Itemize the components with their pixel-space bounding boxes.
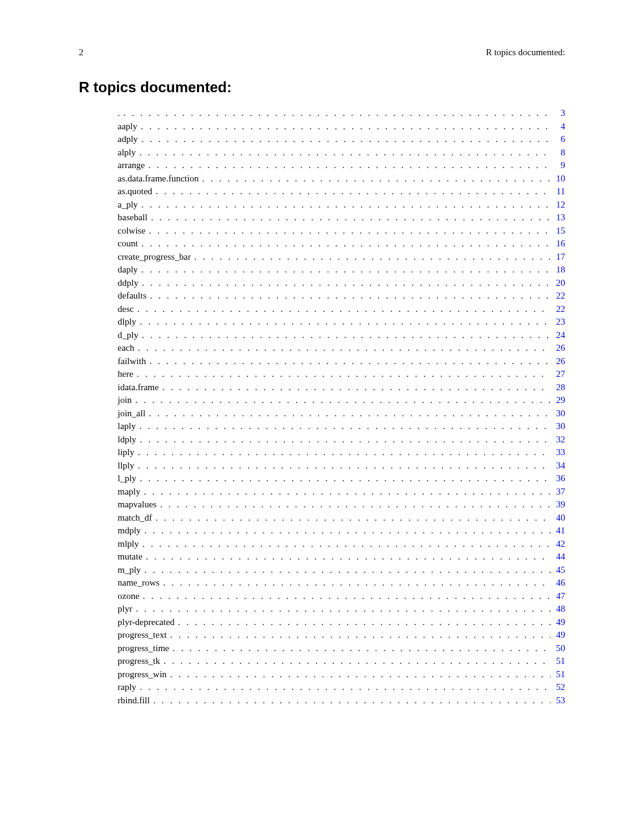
toc-entry: plyr-deprecated . . . . . . . . . . . . … bbox=[79, 616, 565, 629]
toc-dot-leader: . . . . . . . . . . . . . . . . . . . . … bbox=[143, 564, 551, 577]
toc-entry-label[interactable]: laply bbox=[79, 420, 138, 433]
toc-entry-label[interactable]: mutate bbox=[79, 550, 145, 564]
toc-entry-page[interactable]: 4 bbox=[551, 120, 565, 134]
toc-entry-label[interactable]: each bbox=[79, 342, 136, 355]
toc-entry-label[interactable]: mlply bbox=[79, 538, 141, 551]
toc-entry-page[interactable]: 52 bbox=[551, 681, 565, 694]
toc-entry-page[interactable]: 26 bbox=[551, 355, 565, 368]
toc-entry-label[interactable]: alply bbox=[79, 146, 138, 160]
toc-entry-label[interactable]: mdply bbox=[79, 524, 143, 538]
toc-entry: name_rows . . . . . . . . . . . . . . . … bbox=[79, 576, 565, 590]
toc-entry-label[interactable]: idata.frame bbox=[79, 381, 161, 394]
toc-entry-page[interactable]: 13 bbox=[551, 211, 565, 225]
toc-entry-page[interactable]: 36 bbox=[551, 472, 565, 485]
toc-entry-label[interactable]: arrange bbox=[79, 159, 147, 172]
toc-entry-page[interactable]: 11 bbox=[551, 185, 565, 198]
toc-entry-label[interactable]: create_progress_bar bbox=[79, 251, 193, 264]
toc-entry-page[interactable]: 34 bbox=[551, 459, 565, 473]
toc-entry-label[interactable]: failwith bbox=[79, 355, 148, 368]
toc-entry-label[interactable]: raply bbox=[79, 681, 139, 694]
toc-entry-page[interactable]: 48 bbox=[551, 603, 565, 616]
toc-entry-label[interactable]: plyr-deprecated bbox=[79, 616, 177, 629]
toc-entry-label[interactable]: colwise bbox=[79, 225, 148, 238]
toc-entry-page[interactable]: 49 bbox=[551, 629, 565, 642]
toc-entry-label[interactable]: liply bbox=[79, 446, 136, 459]
toc-entry-label[interactable]: a_ply bbox=[79, 198, 140, 212]
toc-entry-label[interactable]: defaults bbox=[79, 289, 149, 303]
toc-entry-page[interactable]: 16 bbox=[551, 237, 565, 251]
toc-dot-leader: . . . . . . . . . . . . . . . . . . . . … bbox=[140, 198, 551, 212]
toc-entry-page[interactable]: 49 bbox=[551, 616, 565, 629]
toc-entry: mutate . . . . . . . . . . . . . . . . .… bbox=[79, 550, 565, 564]
toc-entry-label[interactable]: d_ply bbox=[79, 329, 141, 342]
toc-entry-page[interactable]: 29 bbox=[551, 394, 565, 407]
toc-entry-label[interactable]: ldply bbox=[79, 433, 139, 447]
toc-entry: here . . . . . . . . . . . . . . . . . .… bbox=[79, 368, 565, 381]
toc-entry-page[interactable]: 30 bbox=[551, 420, 565, 433]
toc-entry-label[interactable]: adply bbox=[79, 133, 140, 146]
toc-entry-page[interactable]: 15 bbox=[551, 225, 565, 238]
toc-entry-page[interactable]: 28 bbox=[551, 381, 565, 394]
toc-entry-label[interactable]: ddply bbox=[79, 277, 141, 290]
toc-entry-page[interactable]: 42 bbox=[551, 538, 565, 551]
toc-entry-page[interactable]: 51 bbox=[551, 655, 565, 668]
toc-entry-page[interactable]: 10 bbox=[551, 172, 565, 186]
toc-entry-page[interactable]: 53 bbox=[551, 694, 565, 708]
toc-entry-page[interactable]: 27 bbox=[551, 368, 565, 381]
toc-entry-page[interactable]: 51 bbox=[551, 668, 565, 681]
toc-entry-page[interactable]: 44 bbox=[551, 550, 565, 564]
toc-entry-label[interactable]: maply bbox=[79, 485, 143, 499]
toc-entry-label[interactable]: l_ply bbox=[79, 472, 139, 485]
toc-entry-page[interactable]: 32 bbox=[551, 433, 565, 447]
toc-entry-label[interactable]: as.quoted bbox=[79, 185, 155, 198]
toc-entry-page[interactable]: 9 bbox=[551, 159, 565, 172]
toc-entry-page[interactable]: 39 bbox=[551, 498, 565, 512]
toc-entry-page[interactable]: 18 bbox=[551, 263, 565, 277]
toc-entry-label[interactable]: progress_tk bbox=[79, 655, 163, 668]
toc-entry-page[interactable]: 50 bbox=[551, 642, 565, 655]
toc-entry-label[interactable]: desc bbox=[79, 303, 136, 316]
toc-entry-page[interactable]: 20 bbox=[551, 277, 565, 290]
toc-entry-page[interactable]: 33 bbox=[551, 446, 565, 459]
toc-entry-label[interactable]: as.data.frame.function bbox=[79, 172, 201, 186]
toc-entry-page[interactable]: 8 bbox=[551, 146, 565, 160]
toc-entry-page[interactable]: 17 bbox=[551, 251, 565, 264]
toc-entry-label[interactable]: progress_time bbox=[79, 642, 172, 655]
toc-entry-page[interactable]: 41 bbox=[551, 524, 565, 538]
toc-entry-label[interactable]: dlply bbox=[79, 316, 139, 329]
toc-entry-page[interactable]: 46 bbox=[551, 576, 565, 590]
toc-entry-label[interactable]: count bbox=[79, 237, 140, 251]
toc-entry-label[interactable]: mapvalues bbox=[79, 498, 159, 512]
toc-entry-page[interactable]: 6 bbox=[551, 133, 565, 146]
toc-entry-label[interactable]: llply bbox=[79, 459, 136, 473]
toc-entry-label[interactable]: match_df bbox=[79, 512, 154, 525]
toc-dot-leader: . . . . . . . . . . . . . . . . . . . . … bbox=[136, 303, 551, 316]
toc-entry-page[interactable]: 37 bbox=[551, 485, 565, 499]
toc-entry-label[interactable]: join_all bbox=[79, 407, 148, 421]
toc-entry-page[interactable]: 26 bbox=[551, 342, 565, 355]
toc-entry-label[interactable]: m_ply bbox=[79, 564, 143, 577]
toc-entry-page[interactable]: 24 bbox=[551, 329, 565, 342]
toc-entry-label[interactable]: progress_win bbox=[79, 668, 169, 681]
toc-entry-label[interactable]: join bbox=[79, 394, 134, 407]
toc-entry-page[interactable]: 3 bbox=[551, 107, 565, 120]
toc-entry-label[interactable]: plyr bbox=[79, 603, 135, 616]
toc-entry-page[interactable]: 22 bbox=[551, 289, 565, 303]
toc-entry-page[interactable]: 23 bbox=[551, 316, 565, 329]
toc-entry-label[interactable]: rbind.fill bbox=[79, 694, 152, 708]
toc-dot-leader: . . . . . . . . . . . . . . . . . . . . … bbox=[140, 133, 551, 146]
toc-entry-page[interactable]: 12 bbox=[551, 198, 565, 212]
toc-entry-label[interactable]: ozone bbox=[79, 590, 142, 603]
toc-entry-label[interactable]: daply bbox=[79, 263, 140, 277]
toc-entry-page[interactable]: 40 bbox=[551, 512, 565, 525]
toc-entry-page[interactable]: 47 bbox=[551, 590, 565, 603]
toc-entry-label[interactable]: . bbox=[79, 107, 122, 120]
toc-entry-page[interactable]: 45 bbox=[551, 564, 565, 577]
toc-entry-label[interactable]: progress_text bbox=[79, 629, 169, 642]
toc-entry-page[interactable]: 22 bbox=[551, 303, 565, 316]
toc-entry-label[interactable]: aaply bbox=[79, 120, 139, 134]
toc-entry-label[interactable]: here bbox=[79, 368, 136, 381]
toc-entry-label[interactable]: name_rows bbox=[79, 576, 162, 590]
toc-entry-page[interactable]: 30 bbox=[551, 407, 565, 421]
toc-entry-label[interactable]: baseball bbox=[79, 211, 150, 225]
